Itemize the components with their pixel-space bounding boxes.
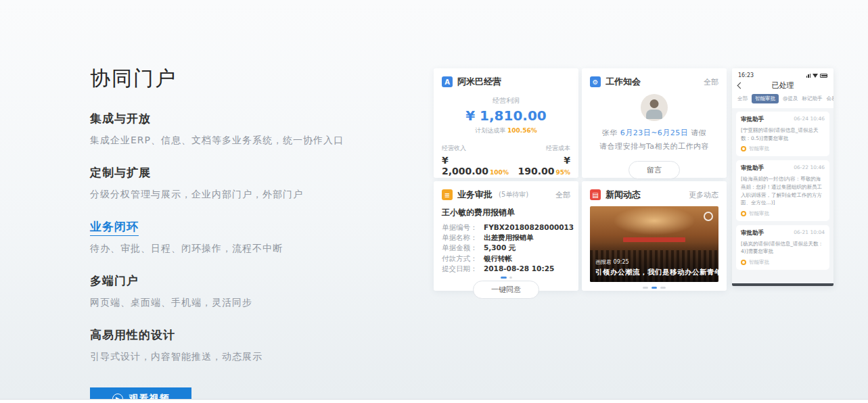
field-row: 付款方式： 银行转帐 (442, 254, 570, 264)
feature-integration: 集成与开放 集成企业ERP、信息、文档等多业务系统，统一协作入口 (90, 111, 388, 147)
amoeba-app-icon: A (442, 76, 453, 87)
phone-message-list: 审批助手 06-24 10:46 [宁亚丽的请假(请假信息_请假总天数：0.5)… (732, 108, 833, 283)
one-click-approve-button[interactable]: 一键同意 (473, 281, 539, 299)
item-time: 06-24 10:46 (794, 116, 825, 124)
field-row: 提交日期： 2018-08-28 10:25 (442, 264, 570, 274)
cost-block: 经营成本 ¥ 190.0095% (513, 144, 570, 176)
cost-pct: 95% (555, 169, 570, 176)
tab-mentions[interactable]: @提及 (783, 95, 798, 102)
field-value: 出差费用报销单 (484, 233, 534, 243)
camera-icon (704, 212, 713, 221)
tab-marked[interactable]: 标记助手 (802, 95, 823, 102)
field-row: 单据名称： 出差费用报销单 (442, 233, 570, 243)
signal-icon (806, 74, 811, 78)
leave-dates: 6月23日~6月25日 (620, 128, 689, 137)
profit-value: ¥ 1,810.00 (442, 108, 570, 124)
card-news: ▤ 新闻动态 更多动态 画报君 09:25 引领办公潮流，我们是移动办公新青年！ (582, 181, 727, 291)
feature-multi-terminal: 多端门户 网页端、桌面端、手机端，灵活同步 (90, 273, 388, 309)
news-headline: 引领办公潮流，我们是移动办公新青年！ (595, 268, 714, 277)
item-sender: 审批助手 (741, 164, 764, 172)
field-row: 单据编号： FYBX20180828000013 (442, 222, 570, 233)
field-label: 单据金额： (442, 243, 484, 253)
list-item[interactable]: 审批助手 06-22 10:46 [给海燕姐的一封信(内容：尊敬的海燕姐：您好！… (736, 160, 829, 221)
phone-navbar: 已处理 (732, 80, 833, 93)
item-body: [给海燕姐的一封信(内容：尊敬的海燕姐：您好！通过集团组织的新员工入职训练营，了… (741, 175, 825, 207)
profit-label: 经营利润 (442, 96, 570, 105)
field-row: 单据金额： 5,300 元 (442, 243, 570, 253)
leave-summary: 张华 6月23日~6月25日 请假 (590, 128, 718, 138)
smart-approval-icon (741, 260, 746, 265)
tab-huiyiding[interactable]: 会易订 (827, 95, 834, 102)
field-value: 2018-08-28 10:25 (484, 264, 554, 274)
feature-business-loop[interactable]: 业务闭环 待办、审批、日程、闭环操作，流程不中断 (90, 219, 388, 255)
income-value: ¥ 2,000.00100% (442, 155, 513, 176)
cost-value: ¥ 190.0095% (513, 155, 570, 176)
phone-title: 已处理 (732, 80, 833, 91)
feature-desc: 待办、审批、日程、闭环操作，流程不中断 (90, 243, 388, 255)
card-title: 阿米巴经营 (457, 76, 501, 88)
feature-usability: 高易用性的设计 引导式设计，内容智能推送，动态展示 (90, 327, 388, 363)
item-time: 06-21 10:04 (794, 229, 825, 237)
news-app-icon: ▤ (590, 189, 601, 200)
tab-smart-approval[interactable]: 智能审批 (752, 94, 779, 103)
feature-heading-label[interactable]: 业务闭环 (90, 220, 139, 236)
income-pct: 100% (490, 169, 509, 176)
tab-all[interactable]: 全部 (737, 95, 748, 102)
leave-person: 张华 (602, 128, 620, 137)
notify-app-icon: ⚙ (590, 76, 601, 87)
card-title: 新闻动态 (606, 189, 641, 201)
item-sender: 审批助手 (741, 116, 764, 124)
leave-action: 请假 (688, 128, 706, 137)
page-bottom-divider (0, 399, 868, 403)
pending-count: (5单待审) (499, 190, 528, 199)
income-block: 经营收入 ¥ 2,000.00100% (442, 144, 513, 176)
list-item[interactable]: 审批助手 06-24 10:46 [宁亚丽的请假(请假信息_请假总天数：0.5)… (736, 112, 829, 156)
notify-all-link[interactable]: 全部 (704, 77, 718, 87)
field-label: 单据编号： (442, 222, 484, 233)
field-value: 银行转帐 (484, 254, 512, 264)
feature-desc: 分级分权管理与展示，企业内部门户，外部门户 (90, 189, 388, 201)
rate-label: 计划达成率 (475, 127, 507, 134)
phone-statusbar: 16:23 (732, 68, 833, 80)
phone-preview: 16:23 已处理 全部 智能审批 @提及 标记助手 会易订 审批助手 06-2… (732, 68, 833, 286)
item-tag: 智能审批 (749, 145, 769, 152)
approval-fields: 单据编号： FYBX20180828000013 单据名称： 出差费用报销单 单… (442, 222, 570, 274)
field-value: FYBX20180828000013 (484, 222, 574, 233)
battery-icon (820, 74, 827, 78)
plan-rate: 计划达成率 100.56% (442, 126, 570, 135)
leave-note: 请合理安排与Ta相关的工作内容 (590, 141, 718, 151)
item-tag: 智能审批 (749, 259, 769, 266)
preview-panel: A 阿米巴经营 经营利润 ¥ 1,810.00 计划达成率 100.56% 经营… (434, 68, 834, 291)
item-time: 06-22 10:46 (794, 164, 825, 172)
approval-pagination-dots[interactable] (442, 277, 570, 279)
news-photo[interactable]: 画报君 09:25 引领办公潮流，我们是移动办公新青年！ (590, 206, 718, 282)
smart-approval-icon (741, 211, 746, 216)
smart-approval-icon (741, 146, 746, 151)
feature-desc: 网页端、桌面端、手机端，灵活同步 (90, 297, 388, 309)
card-title: 业务审批 (457, 189, 493, 201)
cost-label: 经营成本 (513, 144, 570, 153)
leave-message-button[interactable]: 留言 (629, 161, 680, 179)
approval-all-link[interactable]: 全部 (555, 190, 570, 200)
conference-banner (623, 237, 685, 242)
list-item[interactable]: 审批助手 06-21 10:04 [杨岚的请假(请假信息_请假总天数：4)]需要… (736, 225, 829, 270)
feature-heading: 定制与扩展 (90, 165, 388, 181)
feature-heading: 多端门户 (90, 273, 388, 289)
news-meta: 画报君 09:25 (595, 258, 629, 266)
phone-filter-tabs: 全部 智能审批 @提及 标记助手 会易订 (732, 93, 833, 108)
field-label: 提交日期： (442, 264, 484, 274)
feature-desc: 引导式设计，内容智能推送，动态展示 (90, 351, 388, 363)
feature-heading: 集成与开放 (90, 111, 388, 126)
item-body: [杨岚的请假(请假信息_请假总天数：4)]需要您审批 (741, 240, 825, 256)
field-value: 5,300 元 (484, 243, 516, 253)
status-time: 16:23 (738, 72, 754, 78)
item-body: [宁亚丽的请假(请假信息_请假总天数：0.5)]需要您审批 (741, 126, 825, 142)
field-label: 单据名称： (442, 233, 484, 243)
feature-heading-active[interactable]: 业务闭环 (90, 219, 388, 235)
feature-panel: 协同门户 集成与开放 集成企业ERP、信息、文档等多业务系统，统一协作入口 定制… (90, 65, 388, 403)
card-notify: ⚙ 工作知会 全部 张华 6月23日~6月25日 请假 请合理安排与Ta相关的工… (582, 68, 727, 178)
approval-app-icon: ≡ (442, 189, 453, 200)
news-pagination-dots[interactable] (590, 287, 718, 289)
feature-customization: 定制与扩展 分级分权管理与展示，企业内部门户，外部门户 (90, 165, 388, 201)
more-news-link[interactable]: 更多动态 (689, 190, 718, 200)
